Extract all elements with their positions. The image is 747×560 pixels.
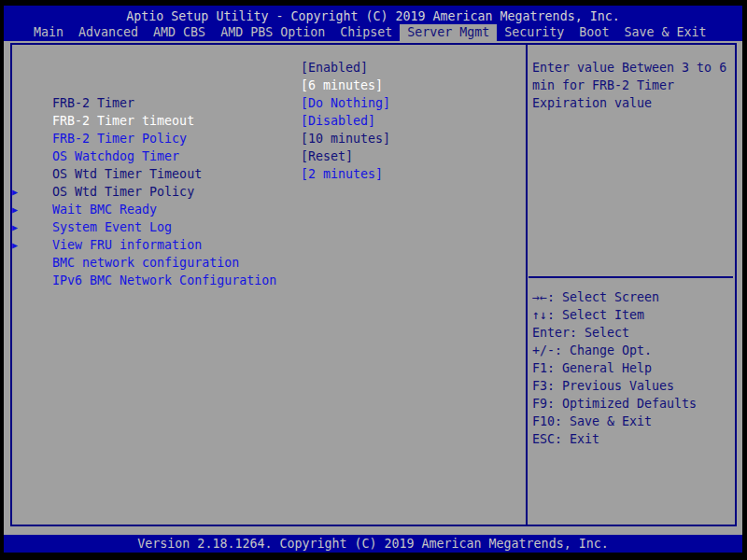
settings-pane: FRB-2 Timer [Enabled] FRB-2 Timer timeou… xyxy=(22,59,508,254)
bios-setting-row[interactable]: ▶ System Event Log xyxy=(22,183,508,201)
hotkey-row: F3: Previous Values xyxy=(532,377,732,395)
hotkey-row: Enter: Select xyxy=(532,324,732,342)
title-bar: Aptio Setup Utility - Copyright (C) 2019… xyxy=(4,6,742,41)
menu-bar: MainAdvancedAMD CBSAMD PBS OptionChipset… xyxy=(26,24,713,41)
menu-tab-advanced[interactable]: Advanced xyxy=(71,24,146,41)
bios-setting-row[interactable]: Wait BMC Ready [2 minutes] xyxy=(22,165,508,183)
bios-setting-row[interactable]: OS Watchdog Timer [Disabled] xyxy=(22,112,508,130)
menu-tab-amd-pbs-option[interactable]: AMD PBS Option xyxy=(213,24,332,41)
submenu-arrow-icon: ▶ xyxy=(12,218,18,236)
hotkey-row: F9: Optimized Defaults xyxy=(532,395,732,413)
hotkey-row: F10: Save & Exit xyxy=(532,413,732,430)
bios-setting-row[interactable]: ▶ View FRU information xyxy=(22,201,508,218)
setting-value: [2 minutes] xyxy=(301,165,383,183)
hotkey-legend: →←: Select Screen↑↓: Select ItemEnter: S… xyxy=(532,288,732,448)
bios-setting-row[interactable]: FRB-2 Timer timeout [6 minutes] xyxy=(22,77,508,94)
setting-value: [Do Nothing] xyxy=(301,94,390,112)
bios-setting-row[interactable]: OS Wtd Timer Policy [Reset] xyxy=(22,147,508,165)
version-text: Version 2.18.1264. Copyright (C) 2019 Am… xyxy=(4,535,742,553)
menu-tab-boot[interactable]: Boot xyxy=(571,24,616,41)
help-text-line: min for FRB-2 Timer xyxy=(532,77,732,94)
help-pane-divider xyxy=(529,276,733,278)
menu-tab-server-mgmt[interactable]: Server Mgmt xyxy=(400,24,497,41)
app-title: Aptio Setup Utility - Copyright (C) 2019… xyxy=(4,7,742,26)
bios-setting-row[interactable]: FRB-2 Timer [Enabled] xyxy=(22,59,508,77)
setting-value: [Disabled] xyxy=(301,112,375,130)
setting-value: [10 minutes] xyxy=(301,130,390,147)
box-border-right xyxy=(735,43,737,526)
submenu-arrow-icon: ▶ xyxy=(12,236,18,254)
setting-value: [Enabled] xyxy=(301,59,368,77)
box-border-bottom xyxy=(10,525,737,526)
bios-setting-row[interactable]: ▶ IPv6 BMC Network Configuration xyxy=(22,236,508,254)
pane-divider xyxy=(526,43,528,526)
setting-value: [6 minutes] xyxy=(301,77,383,94)
setting-label: BMC network configuration xyxy=(52,256,239,270)
submenu-arrow-icon: ▶ xyxy=(12,201,18,218)
hotkey-row: →←: Select Screen xyxy=(532,288,732,306)
menu-tab-save-exit[interactable]: Save & Exit xyxy=(616,24,713,41)
footer-bar: Version 2.18.1264. Copyright (C) 2019 Am… xyxy=(4,535,742,553)
menu-tab-main[interactable]: Main xyxy=(26,24,71,41)
setting-label: IPv6 BMC Network Configuration xyxy=(52,273,276,287)
hotkey-row: ↑↓: Select Item xyxy=(532,306,732,324)
menu-tab-amd-cbs[interactable]: AMD CBS xyxy=(146,24,213,41)
box-border-top xyxy=(10,43,737,45)
menu-tab-chipset[interactable]: Chipset xyxy=(332,24,400,41)
menu-tab-security[interactable]: Security xyxy=(497,24,571,41)
setting-value: [Reset] xyxy=(301,147,353,165)
box-border-left xyxy=(10,43,12,526)
bios-setting-row[interactable]: FRB-2 Timer Policy [Do Nothing] xyxy=(22,94,508,112)
help-text-line: Enter value Between 3 to 6 xyxy=(532,59,732,77)
help-pane: Enter value Between 3 to 6min for FRB-2 … xyxy=(532,59,732,112)
hotkey-row: +/-: Change Opt. xyxy=(532,342,732,359)
bios-setup-screen: Aptio Setup Utility - Copyright (C) 2019… xyxy=(0,0,747,560)
submenu-arrow-icon: ▶ xyxy=(12,183,18,201)
hotkey-row: ESC: Exit xyxy=(532,430,732,448)
bios-setting-row[interactable]: ▶ BMC network configuration xyxy=(22,218,508,236)
help-text-line: Expiration value xyxy=(532,94,732,112)
bios-setting-row[interactable]: OS Wtd Timer Timeout [10 minutes] xyxy=(22,130,508,147)
hotkey-row: F1: General Help xyxy=(532,359,732,377)
